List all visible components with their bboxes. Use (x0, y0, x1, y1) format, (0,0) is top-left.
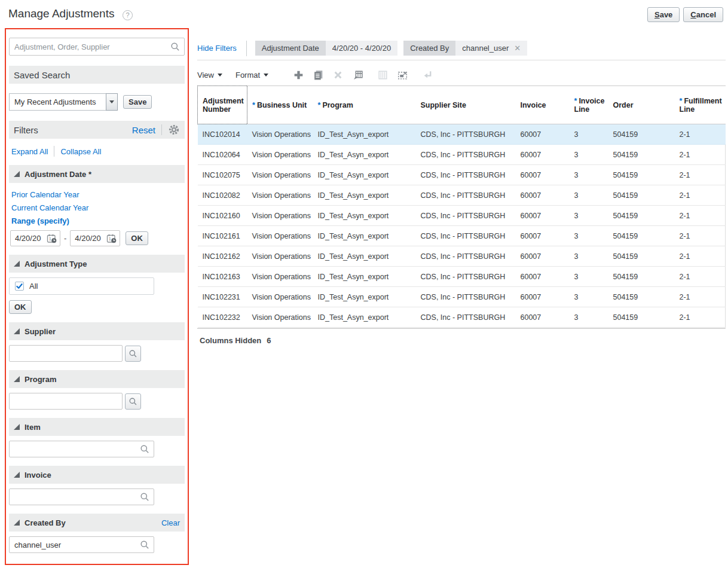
created-by-input[interactable] (9, 536, 154, 553)
date-range-row: 1 - 1 OK (9, 230, 185, 246)
section-header-program[interactable]: Program (9, 370, 185, 388)
columns-hidden-status: Columns Hidden6 (197, 336, 726, 345)
table-row[interactable]: INC102075Vision OperationsID_Test_Asyn_e… (198, 165, 726, 185)
expand-all-link[interactable]: Expand All (11, 147, 48, 156)
column-header-program[interactable]: *Program (313, 86, 416, 124)
save-button[interactable]: Save (647, 7, 680, 22)
invoice-input[interactable] (9, 488, 154, 505)
all-checkbox[interactable] (15, 282, 24, 291)
section-header-item[interactable]: Item (9, 418, 185, 436)
required-icon: * (318, 101, 321, 109)
table-row[interactable]: INC102160Vision OperationsID_Test_Asyn_e… (198, 206, 726, 226)
section-header-created-by[interactable]: Created By Clear (9, 514, 185, 532)
toolbar-icons (292, 69, 441, 81)
chip-remove-icon[interactable]: ✕ (514, 44, 521, 52)
date-ok-button[interactable]: OK (126, 231, 148, 245)
view-menu[interactable]: View (197, 71, 222, 80)
section-header-invoice[interactable]: Invoice (9, 466, 185, 484)
item-input[interactable] (9, 441, 154, 457)
table-row[interactable]: INC102064Vision OperationsID_Test_Asyn_e… (198, 145, 726, 165)
reset-link[interactable]: Reset (132, 125, 155, 135)
column-header-label: Supplier Site (421, 101, 466, 109)
table-bottom-border (197, 328, 725, 329)
cell-order: 504159 (608, 185, 675, 206)
table-row[interactable]: INC102161Vision OperationsID_Test_Asyn_e… (198, 226, 726, 246)
prior-calendar-year-link[interactable]: Prior Calendar Year (11, 190, 185, 199)
export-to-excel-icon[interactable] (351, 69, 363, 81)
date-from-input[interactable] (15, 234, 44, 243)
cancel-button[interactable]: Cancel (683, 7, 723, 22)
collapse-all-link[interactable]: Collapse All (60, 147, 101, 156)
table-row[interactable]: INC102231Vision OperationsID_Test_Asyn_e… (198, 287, 726, 307)
duplicate-icon[interactable] (312, 69, 324, 81)
search-icon[interactable] (170, 42, 180, 51)
program-search-button[interactable] (125, 393, 141, 410)
cell-order: 504159 (608, 206, 675, 226)
clear-link[interactable]: Clear (161, 518, 180, 527)
date-to-input[interactable] (75, 234, 103, 243)
cell-business_unit: Vision Operations (247, 124, 313, 145)
search-icon[interactable] (140, 492, 149, 502)
format-menu-label: Format (235, 71, 260, 80)
section-header-adjustment-date[interactable]: Adjustment Date * (9, 165, 185, 183)
section-header-supplier[interactable]: Supplier (9, 322, 185, 340)
table-row[interactable]: INC102014Vision OperationsID_Test_Asyn_e… (198, 124, 726, 145)
calendar-icon[interactable]: 1 (47, 233, 57, 244)
range-specify-link[interactable]: Range (specify) (11, 216, 185, 225)
manage-adjustments-page: { "page": { "title": "Manage Adjustments… (0, 0, 728, 571)
supplier-input[interactable] (9, 345, 123, 362)
format-menu[interactable]: Format (235, 71, 268, 80)
adjustment-type-ok-button[interactable]: OK (9, 300, 32, 314)
column-header-invoice_line[interactable]: *Invoice Line (570, 86, 608, 124)
table-row[interactable]: INC102232Vision OperationsID_Test_Asyn_e… (198, 307, 726, 328)
cell-program: ID_Test_Asyn_export (313, 287, 416, 307)
freeze-icon[interactable] (377, 69, 389, 81)
disclosure-triangle-icon (14, 376, 20, 382)
saved-search-dropdown-button[interactable] (106, 93, 118, 111)
chevron-down-icon (218, 74, 222, 77)
cell-business_unit: Vision Operations (247, 185, 313, 206)
cell-invoice_line: 3 (570, 124, 608, 145)
table-toolbar: View Format (197, 66, 726, 84)
column-header-fulfillment_line[interactable]: *Fulfillment Line (675, 86, 726, 124)
column-header-supplier_site[interactable]: Supplier Site (416, 86, 516, 124)
column-header-adjustment_number[interactable]: Adjustment Number (198, 86, 247, 124)
item-filter-row (9, 441, 154, 457)
table-row[interactable]: INC102082Vision OperationsID_Test_Asyn_e… (198, 185, 726, 206)
search-icon[interactable] (140, 540, 149, 549)
gear-icon[interactable] (168, 124, 180, 136)
delete-icon[interactable] (332, 69, 344, 81)
saved-search-header: Saved Search (9, 66, 185, 84)
wrap-icon[interactable] (421, 69, 433, 81)
cell-invoice_line: 3 (570, 165, 608, 185)
columns-hidden-label: Columns Hidden (200, 336, 261, 345)
supplier-search-button[interactable] (125, 346, 141, 362)
svg-text:1: 1 (49, 236, 51, 240)
search-icon[interactable] (140, 444, 149, 454)
detach-icon[interactable] (396, 69, 408, 81)
column-header-invoice[interactable]: Invoice (516, 86, 570, 124)
column-header-business_unit[interactable]: *Business Unit (247, 86, 313, 124)
program-input[interactable] (9, 393, 123, 410)
cell-invoice: 60007 (516, 124, 570, 145)
calendar-icon[interactable]: 1 (106, 233, 117, 244)
saved-search-select[interactable]: My Recent Adjustments (9, 93, 106, 111)
cell-adjustment_number: INC102231 (198, 287, 247, 307)
chevron-down-icon (264, 74, 268, 77)
filters-header: Filters Reset (9, 121, 185, 139)
help-icon[interactable]: ? (123, 10, 133, 20)
cell-adjustment_number: INC102162 (198, 246, 247, 267)
saved-search-save-button[interactable]: Save (123, 95, 152, 109)
column-header-order[interactable]: Order (608, 86, 675, 124)
hide-filters-link[interactable]: Hide Filters (197, 44, 237, 53)
table-row[interactable]: INC102162Vision OperationsID_Test_Asyn_e… (198, 246, 726, 267)
filters-title: Filters (14, 125, 38, 135)
quick-search-input[interactable] (9, 38, 185, 56)
section-header-adjustment-type[interactable]: Adjustment Type (9, 255, 185, 273)
date-from-field: 1 (10, 230, 60, 246)
cell-fulfillment_line: 2-1 (675, 124, 726, 145)
current-calendar-year-link[interactable]: Current Calendar Year (11, 203, 185, 212)
add-row-icon[interactable] (292, 69, 304, 81)
cell-supplier_site: CDS, Inc - PITTSBURGH (416, 165, 516, 185)
table-row[interactable]: INC102163Vision OperationsID_Test_Asyn_e… (198, 267, 726, 287)
